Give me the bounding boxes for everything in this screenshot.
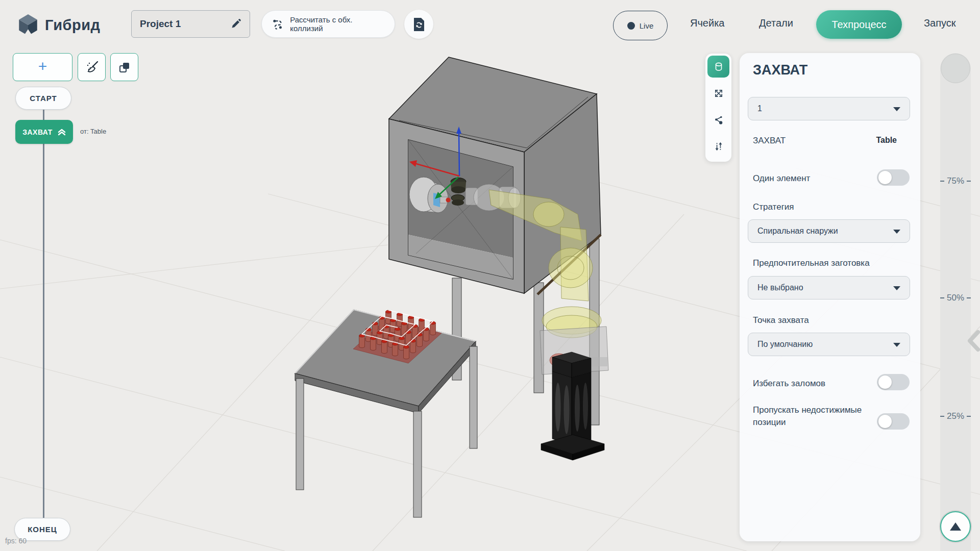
tool-database-active[interactable] — [707, 56, 729, 78]
skip-unreachable-toggle[interactable] — [877, 413, 910, 430]
chevron-down-icon — [893, 230, 900, 234]
preferred-blank-value: Не выбрано — [757, 283, 803, 292]
sync-file-button[interactable] — [404, 10, 433, 39]
app-logo: Гибрид — [17, 13, 100, 37]
live-toggle[interactable]: Live — [613, 11, 668, 40]
view-tools-rail — [705, 54, 731, 162]
app-window: Гибрид Project 1 Рассчитать с обх. колли… — [0, 0, 980, 551]
grip-settings-panel: ЗАХВАТ 1 ЗАХВАТ Table Один элемент Страт… — [740, 53, 920, 541]
scroll-up-button[interactable] — [940, 511, 971, 542]
grip-index-value: 1 — [757, 104, 762, 113]
zoom-mark-75: 75% — [940, 176, 971, 186]
chevron-left-icon — [965, 329, 980, 353]
toggle-knob — [878, 171, 892, 184]
panel-title: ЗАХВАТ — [753, 62, 807, 78]
tool-swap-vertical[interactable] — [707, 135, 729, 157]
zoom-mark-25: 25% — [940, 411, 971, 421]
sequence-grip-node[interactable]: ЗАХВАТ — [15, 120, 73, 144]
avoid-jams-label: Избегать заломов — [753, 379, 825, 389]
plus-icon: + — [38, 59, 47, 74]
broom-icon — [85, 60, 99, 74]
grip-point-select[interactable]: По умолчанию — [748, 333, 910, 356]
nav-tab-launch[interactable]: Запуск — [924, 17, 956, 29]
expand-arrows-icon — [712, 87, 725, 100]
project-name-field[interactable]: Project 1 — [131, 10, 250, 38]
sequence-connector-line — [43, 109, 44, 518]
chevron-down-icon — [893, 107, 900, 111]
preferred-blank-select[interactable]: Не выбрано — [748, 276, 910, 299]
zoom-mark-50: 50% — [940, 293, 971, 303]
chevron-double-up-icon — [58, 129, 66, 136]
route-icon — [272, 18, 284, 30]
live-label: Live — [640, 21, 654, 30]
calc-collisions-label: Рассчитать с обх. коллизий — [290, 15, 384, 33]
single-element-label: Один элемент — [753, 173, 810, 184]
fps-counter: fps: 60 — [5, 537, 27, 545]
app-name: Гибрид — [45, 17, 100, 34]
skip-unreachable-label: Пропускать недостижимые позиции — [753, 404, 863, 429]
clear-brush-button[interactable] — [78, 53, 106, 81]
source-label: ЗАХВАТ — [753, 136, 786, 146]
toggle-knob — [878, 415, 892, 428]
share-nodes-icon — [712, 113, 725, 127]
panel-collapse-chevron[interactable] — [965, 329, 980, 353]
grip-index-select[interactable]: 1 — [748, 97, 910, 120]
strategy-label: Стратегия — [753, 202, 794, 212]
triangle-up-icon — [950, 522, 961, 531]
project-name: Project 1 — [140, 18, 181, 30]
calc-collisions-button[interactable]: Рассчитать с обх. коллизий — [261, 10, 395, 38]
nav-tab-cell[interactable]: Ячейка — [690, 17, 724, 29]
chevron-down-icon — [893, 286, 900, 290]
cylinder-icon — [712, 60, 725, 73]
single-element-toggle[interactable] — [877, 169, 910, 186]
source-value: Table — [876, 136, 897, 145]
strategy-value: Спиральная снаружи — [757, 227, 838, 236]
logo-cube-icon — [17, 13, 39, 37]
swap-vertical-icon — [712, 140, 725, 153]
preferred-blank-label: Предпочтительная заготовка — [753, 258, 870, 268]
toggle-knob — [878, 375, 892, 389]
grip-node-source: от: Table — [80, 128, 106, 135]
nav-tab-process-active[interactable]: Техпроцесс — [816, 10, 902, 39]
sequence-start-node[interactable]: СТАРТ — [15, 87, 71, 110]
strategy-select[interactable]: Спиральная снаружи — [748, 219, 910, 243]
live-dot-icon — [627, 22, 635, 30]
zoom-slider-handle[interactable] — [941, 54, 970, 83]
file-sync-icon — [412, 17, 426, 32]
edit-pencil-icon[interactable] — [230, 18, 241, 30]
grip-node-label: ЗАХВАТ — [22, 128, 53, 136]
copy-icon — [118, 61, 131, 74]
avoid-jams-toggle[interactable] — [877, 374, 910, 390]
grip-point-value: По умолчанию — [757, 340, 813, 349]
duplicate-button[interactable] — [110, 53, 138, 81]
add-operation-button[interactable]: + — [13, 53, 72, 81]
chevron-down-icon — [893, 343, 900, 347]
nav-tab-details[interactable]: Детали — [759, 17, 793, 29]
tool-graph-links[interactable] — [707, 109, 729, 131]
tool-fit-view[interactable] — [707, 82, 729, 104]
grip-point-label: Точка захвата — [753, 315, 809, 325]
